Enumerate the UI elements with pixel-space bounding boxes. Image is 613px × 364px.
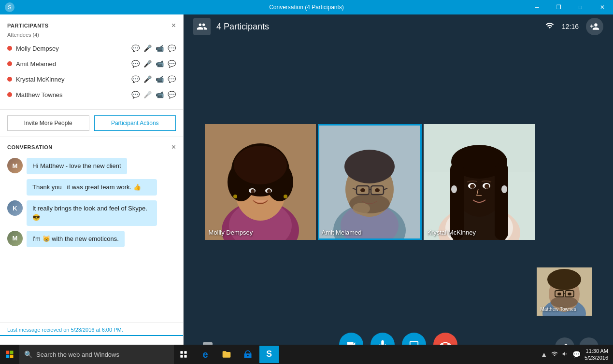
message-bubble: Thank you it was great team work. 👍 [27, 179, 157, 196]
window-controls: ─ ❐ □ ✕ [526, 0, 613, 14]
video-icon[interactable]: 📹 [156, 75, 164, 83]
video-name-matthew: Matthew Townes [541, 307, 576, 312]
window-minimize-btn[interactable]: ─ [526, 0, 548, 14]
system-clock: 11:30 AM 5/23/2016 [584, 348, 608, 362]
svg-point-45 [470, 184, 475, 189]
signal-icon [545, 21, 555, 32]
messaging-icon[interactable]: 💬 [572, 350, 581, 358]
svg-rect-67 [180, 355, 183, 357]
taskbar-app-skype[interactable]: S [259, 346, 279, 363]
window-maximize-btn[interactable]: □ [570, 0, 591, 14]
participant-actions: 💬 🎤 📹 💬 [131, 91, 176, 98]
svg-point-12 [251, 189, 255, 193]
chat-icon[interactable]: 💬 [131, 44, 140, 52]
video-feed-molly [205, 124, 316, 240]
left-panel: PARTICIPANTS × Attendees (4) Molly Demps… [0, 14, 184, 364]
taskbar-app-explorer[interactable] [217, 345, 236, 364]
network-icon[interactable] [551, 350, 558, 359]
conversation-title: CONVERSATION [7, 144, 53, 150]
participants-count-label: 4 Participants [216, 22, 269, 32]
message-row: M I'm 😸 with the new emoticons. [7, 231, 176, 247]
message-bubble: It really brings the look and feel of Sk… [27, 200, 157, 225]
participant-actions-button[interactable]: Participant Actions [94, 115, 176, 131]
video-topbar: 4 Participants 12:16 [184, 14, 613, 39]
video-name-krystal: Krystal McKinney [428, 229, 476, 236]
more-icon[interactable]: 💬 [168, 91, 176, 98]
participants-close-btn[interactable]: × [171, 22, 176, 29]
message-row: Thank you it was great team work. 👍 [27, 179, 176, 196]
svg-point-46 [485, 184, 489, 189]
message-row: M Hi Matthew - love the new client [7, 158, 176, 174]
volume-icon[interactable] [562, 350, 569, 359]
more-icon[interactable]: 💬 [168, 75, 176, 83]
participant-name: Matthew Townes [16, 91, 131, 98]
search-bar[interactable]: 🔍 Search the web and Windows [19, 345, 174, 364]
participant-status-dot [7, 92, 12, 97]
window-close-btn[interactable]: ✕ [591, 0, 613, 14]
message-text: It really brings the look and feel of Sk… [32, 205, 147, 221]
conversation-section: CONVERSATION × M Hi Matthew - love the n… [0, 137, 183, 335]
participant-name: Amit Melamed [16, 60, 131, 68]
avatar: K [7, 200, 23, 216]
right-panel: 4 Participants 12:16 [184, 14, 613, 364]
video-icon[interactable]: 📹 [156, 91, 164, 98]
participant-actions: 💬 🎤 📹 💬 [131, 75, 176, 83]
chat-icon[interactable]: 💬 [131, 91, 140, 98]
window-title: Conversation (4 Participants) [269, 4, 344, 11]
window-restore-btn[interactable]: ❐ [548, 0, 570, 14]
avatar: M [7, 231, 23, 246]
clock-time: 11:30 AM [584, 348, 608, 354]
svg-rect-62 [10, 351, 14, 354]
svg-rect-63 [6, 355, 10, 358]
participant-row: Matthew Townes 💬 🎤 📹 💬 [7, 89, 176, 100]
message-text: Thank you it was great team work. 👍 [32, 183, 141, 191]
taskbar: 🔍 Search the web and Windows e S ▲ [0, 345, 613, 364]
video-grid: Mollly Dempsey [184, 39, 613, 325]
invite-more-people-button[interactable]: Invite More People [7, 115, 89, 131]
participants-group-icon [193, 18, 211, 35]
mic-icon[interactable]: 🎤 [143, 60, 152, 68]
svg-rect-65 [180, 351, 183, 353]
message-bubble: I'm 😸 with the new emoticons. [27, 231, 125, 247]
more-icon[interactable]: 💬 [168, 44, 176, 52]
video-name-molly: Mollly Dempsey [209, 229, 253, 236]
mic-icon[interactable]: 🎤 [143, 75, 152, 83]
message-text: Hi Matthew - love the new client [32, 162, 121, 169]
mic-icon[interactable]: 🎤 [143, 44, 152, 52]
svg-point-30 [375, 188, 380, 192]
action-buttons: Invite More People Participant Actions [0, 110, 183, 137]
notifications-icon[interactable]: ▲ [541, 350, 547, 358]
video-icon[interactable]: 📹 [156, 60, 164, 68]
start-button[interactable] [0, 345, 19, 364]
clock-date: 5/23/2016 [584, 354, 608, 361]
taskbar-app-store[interactable] [238, 345, 257, 364]
app-icon: S [5, 2, 14, 12]
search-icon: 🔍 [24, 350, 32, 358]
topbar-right-controls: 12:16 [545, 18, 603, 35]
mic-icon-muted[interactable]: 🎤 [143, 91, 152, 98]
participants-section: PARTICIPANTS × Attendees (4) Molly Demps… [0, 14, 183, 110]
svg-rect-41 [450, 163, 464, 240]
taskbar-app-edge[interactable]: e [196, 345, 215, 364]
participant-row: Molly Dempsey 💬 🎤 📹 💬 [7, 42, 176, 54]
conversation-header: CONVERSATION × [0, 137, 183, 155]
svg-point-9 [234, 146, 287, 184]
message-bubble: Hi Matthew - love the new client [27, 158, 127, 174]
participant-status-dot [7, 77, 12, 82]
participant-name: Molly Dempsey [16, 45, 131, 52]
video-tile-matthew: Matthew Townes [537, 267, 592, 316]
task-view-button[interactable] [174, 345, 193, 364]
svg-point-15 [284, 195, 287, 198]
more-icon[interactable]: 💬 [168, 60, 176, 68]
svg-point-59 [568, 293, 571, 295]
chat-icon[interactable]: 💬 [131, 60, 140, 68]
message-text: I'm 😸 with the new emoticons. [32, 235, 119, 242]
video-icon[interactable]: 📹 [156, 44, 164, 52]
svg-point-31 [353, 203, 370, 214]
messages-list: M Hi Matthew - love the new client Thank… [0, 155, 183, 320]
chat-icon[interactable]: 💬 [131, 75, 140, 83]
participant-actions: 💬 🎤 📹 💬 [131, 60, 176, 68]
participants-header: PARTICIPANTS × [7, 22, 176, 29]
add-participant-button[interactable] [586, 18, 603, 35]
conversation-close-btn[interactable]: × [171, 143, 176, 152]
